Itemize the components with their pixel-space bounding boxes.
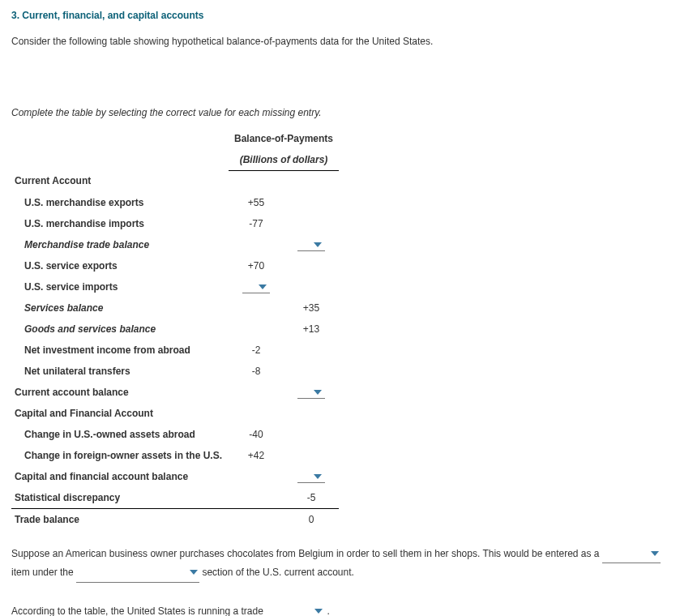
- dropdown-cap-fin-balance[interactable]: [297, 469, 325, 483]
- table-row: Net investment income from abroad -2: [11, 340, 339, 361]
- row-label: Capital and Financial Account: [11, 403, 229, 424]
- row-label: Current account balance: [11, 382, 229, 403]
- table-header-sub: (Billions of dollars): [229, 149, 339, 170]
- chevron-down-icon: [190, 570, 198, 575]
- row-label: Statistical discrepancy: [11, 487, 229, 509]
- table-row: U.S. service imports: [11, 276, 339, 297]
- dropdown-current-account-balance[interactable]: [297, 385, 325, 399]
- table-row: Trade balance 0: [11, 508, 339, 530]
- row-value: -5: [284, 487, 339, 509]
- table-row: Capital and Financial Account: [11, 403, 339, 424]
- row-value: +35: [284, 297, 339, 319]
- row-value: +70: [229, 255, 284, 276]
- question-title: 3. Current, financial, and capital accou…: [11, 8, 669, 23]
- row-value: +42: [229, 445, 284, 466]
- paragraph-2: According to the table, the United State…: [11, 602, 669, 616]
- chevron-down-icon: [314, 390, 322, 395]
- row-label: U.S. merchandise exports: [15, 195, 143, 210]
- row-value: -77: [229, 213, 284, 234]
- dropdown-merch-trade-balance[interactable]: [297, 237, 325, 251]
- dropdown-section[interactable]: [76, 563, 199, 583]
- row-value: -2: [229, 340, 284, 361]
- row-label: Net investment income from abroad: [15, 343, 190, 357]
- row-label: U.S. service imports: [15, 280, 118, 294]
- row-label: Change in U.S.-owned assets abroad: [15, 427, 195, 442]
- dropdown-service-imports[interactable]: [242, 280, 270, 293]
- table-row: Current account balance: [11, 382, 339, 403]
- instruction-text: Complete the table by selecting the corr…: [11, 105, 669, 120]
- row-label: Capital and financial account balance: [11, 466, 229, 487]
- chevron-down-icon: [651, 551, 659, 556]
- row-label: Net unilateral transfers: [15, 364, 130, 379]
- row-label: U.S. service exports: [15, 259, 118, 273]
- intro-text: Consider the following table showing hyp…: [11, 34, 669, 49]
- row-label: Change in foreign-owner assets in the U.…: [15, 448, 222, 463]
- table-row: Goods and services balance +13: [11, 319, 339, 340]
- row-label: Merchandise trade balance: [15, 237, 149, 252]
- table-header-main: Balance-of-Payments: [229, 128, 339, 149]
- balance-of-payments-table: Balance-of-Payments (Billions of dollars…: [11, 128, 339, 530]
- table-row: Services balance +35: [11, 297, 339, 319]
- table-row: Merchandise trade balance: [11, 234, 339, 255]
- row-label: U.S. merchandise imports: [15, 216, 144, 231]
- table-row: Statistical discrepancy -5: [11, 487, 339, 509]
- chevron-down-icon: [259, 284, 267, 289]
- dropdown-item-sign[interactable]: [602, 545, 661, 564]
- chevron-down-icon: [314, 242, 322, 247]
- chevron-down-icon: [314, 609, 323, 614]
- dropdown-trade-status[interactable]: [266, 602, 324, 616]
- table-row: Change in U.S.-owned assets abroad -40: [11, 424, 339, 445]
- row-value: 0: [284, 508, 339, 530]
- row-value: -40: [229, 424, 284, 445]
- row-label: Current Account: [11, 170, 229, 192]
- row-value: +55: [229, 192, 284, 213]
- chevron-down-icon: [314, 474, 322, 479]
- row-label: Services balance: [15, 301, 103, 315]
- paragraph-1: Suppose an American business owner purch…: [11, 545, 669, 584]
- table-row: U.S. merchandise imports -77: [11, 213, 339, 234]
- table-row: U.S. merchandise exports +55: [11, 192, 339, 213]
- table-row: Current Account: [11, 170, 339, 192]
- row-value: +13: [284, 319, 339, 340]
- table-row: Net unilateral transfers -8: [11, 361, 339, 382]
- row-label: Goods and services balance: [15, 322, 156, 336]
- row-value: -8: [229, 361, 284, 382]
- table-row: U.S. service exports +70: [11, 255, 339, 276]
- row-label: Trade balance: [11, 508, 229, 530]
- table-row: Capital and financial account balance: [11, 466, 339, 487]
- table-row: Change in foreign-owner assets in the U.…: [11, 445, 339, 466]
